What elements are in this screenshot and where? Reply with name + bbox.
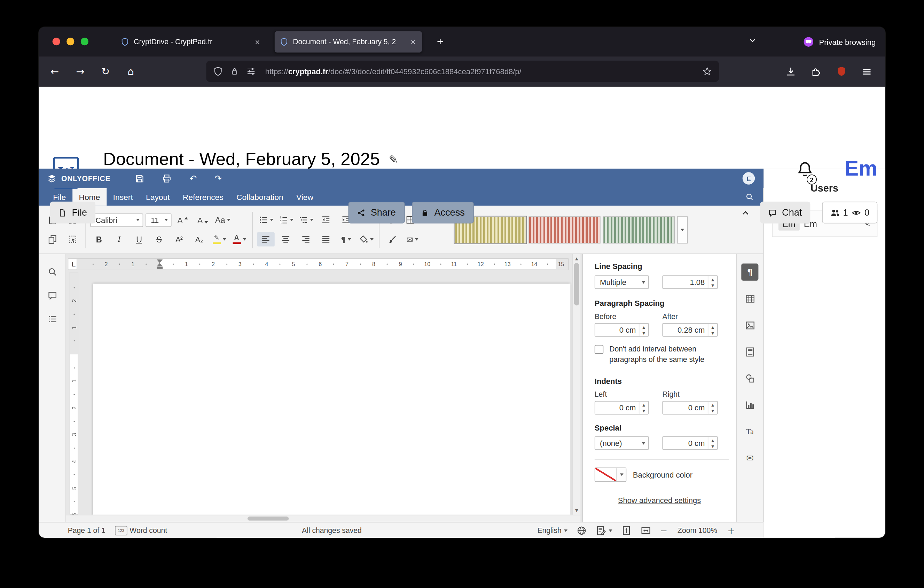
left-indent-marker[interactable]	[157, 267, 163, 269]
ublock-extension-icon[interactable]	[832, 61, 851, 81]
comments-button[interactable]	[47, 291, 57, 300]
style-thumbnail[interactable]	[528, 216, 600, 243]
strikethrough-button[interactable]: S	[150, 232, 168, 247]
line-spacing-select[interactable]: Multiple	[595, 275, 649, 289]
back-button[interactable]: ←	[45, 61, 65, 81]
fit-width-button[interactable]	[640, 525, 651, 535]
menu-tab-collaboration[interactable]: Collaboration	[230, 188, 290, 206]
hanging-indent-marker[interactable]	[157, 263, 163, 266]
paragraph-settings-tab[interactable]: ¶	[741, 264, 758, 281]
close-window-button[interactable]	[53, 38, 60, 45]
chart-settings-tab[interactable]	[741, 396, 758, 413]
table-settings-tab[interactable]	[741, 290, 758, 307]
zoom-in-button[interactable]: +	[727, 525, 734, 535]
chat-button[interactable]: Chat	[760, 202, 810, 224]
first-line-indent-marker[interactable]	[157, 259, 163, 263]
horizontal-scrollbar[interactable]	[66, 515, 581, 522]
edit-title-icon[interactable]: ✎	[389, 153, 398, 165]
print-button[interactable]	[162, 173, 172, 183]
share-button[interactable]: Share	[348, 202, 404, 224]
permissions-icon[interactable]	[246, 66, 256, 76]
tab-document-active[interactable]: Document - Wed, February 5, 2 ×	[275, 31, 422, 53]
decrease-indent-button[interactable]	[317, 213, 335, 227]
downloads-button[interactable]	[781, 61, 801, 81]
header-footer-settings-tab[interactable]	[741, 343, 758, 360]
spin-down-icon[interactable]	[708, 330, 717, 336]
fit-page-button[interactable]	[621, 525, 632, 535]
spin-up-icon[interactable]	[639, 401, 648, 408]
tab-close-icon[interactable]: ×	[254, 37, 261, 47]
bullets-button[interactable]	[257, 213, 275, 227]
spin-up-icon[interactable]	[708, 437, 717, 443]
scroll-up-button[interactable]	[573, 254, 580, 262]
background-color-dropdown[interactable]	[616, 468, 625, 481]
horizontal-scrollbar-thumb[interactable]	[248, 517, 289, 521]
italic-button[interactable]: I	[111, 232, 128, 247]
justify-button[interactable]	[317, 232, 335, 247]
shading-button[interactable]	[357, 232, 375, 247]
horizontal-ruler[interactable]: 21123456789101112131415	[77, 258, 569, 270]
navigation-headings-button[interactable]	[47, 314, 57, 324]
superscript-button[interactable]: A²	[170, 232, 188, 247]
tracking-protection-shield-icon[interactable]	[213, 66, 223, 76]
word-count-button[interactable]: 123 Word count	[115, 526, 167, 535]
no-interval-checkbox[interactable]: Don't add interval between paragraphs of…	[595, 344, 719, 365]
document-language-button[interactable]: English	[537, 526, 567, 535]
spellcheck-globe-button[interactable]	[576, 525, 587, 535]
user-count-indicator[interactable]: 1 0	[822, 202, 877, 224]
mail-merge-settings-tab[interactable]: ✉	[741, 449, 758, 466]
list-all-tabs-button[interactable]	[749, 36, 757, 45]
copy-button[interactable]	[43, 232, 61, 247]
background-color-picker[interactable]	[595, 467, 626, 482]
scroll-down-button[interactable]	[573, 507, 580, 514]
shape-settings-tab[interactable]	[741, 370, 758, 386]
file-menu-button[interactable]: File	[50, 202, 96, 224]
indent-left-spinner[interactable]: 0 cm	[595, 401, 649, 415]
change-case-button[interactable]: Aa	[214, 213, 231, 227]
nonprinting-characters-button[interactable]: ¶	[337, 232, 355, 247]
url-text[interactable]: https://cryptpad.fr/doc/#/3/doc/edit/ff0…	[265, 67, 695, 76]
bold-button[interactable]: B	[90, 232, 108, 247]
image-settings-tab[interactable]	[741, 317, 758, 334]
font-size-select[interactable]: 11	[145, 213, 171, 227]
vertical-scrollbar[interactable]	[573, 254, 581, 515]
menu-button[interactable]: ≡	[857, 61, 877, 81]
special-amount-spinner[interactable]: 0 cm	[662, 436, 718, 450]
editor-user-avatar[interactable]: E	[742, 172, 755, 185]
align-center-button[interactable]	[277, 232, 295, 247]
spin-down-icon[interactable]	[639, 408, 648, 414]
decrease-font-button[interactable]: A	[194, 213, 212, 227]
font-color-button[interactable]: A	[231, 232, 248, 247]
forward-button[interactable]: →	[70, 61, 90, 81]
mail-merge-button[interactable]: ✉	[404, 232, 421, 247]
minimize-window-button[interactable]	[66, 38, 74, 45]
spin-up-icon[interactable]	[639, 324, 648, 330]
copy-style-button[interactable]	[384, 232, 401, 247]
spin-down-icon[interactable]	[708, 282, 717, 288]
menu-tab-insert[interactable]: Insert	[107, 188, 139, 206]
editor-search-button[interactable]	[746, 188, 754, 206]
reload-button[interactable]: ↻	[96, 61, 116, 81]
spin-down-icon[interactable]	[708, 443, 717, 449]
vertical-ruler[interactable]: 21123456	[69, 272, 78, 514]
subscript-button[interactable]: A₂	[190, 232, 208, 247]
align-left-button[interactable]	[257, 232, 275, 247]
save-button[interactable]	[135, 173, 145, 183]
access-button[interactable]: Access	[412, 202, 474, 224]
track-changes-button[interactable]	[596, 525, 612, 535]
menu-tab-layout[interactable]: Layout	[139, 188, 176, 206]
tab-cryptdrive[interactable]: CryptDrive - CryptPad.fr ×	[116, 31, 266, 53]
redo-button[interactable]: ↷	[214, 173, 222, 183]
undo-button[interactable]: ↶	[190, 173, 197, 183]
menu-tab-references[interactable]: References	[176, 188, 230, 206]
spin-down-icon[interactable]	[639, 330, 648, 336]
zoom-window-button[interactable]	[81, 38, 88, 45]
text-art-settings-tab[interactable]: Ta	[741, 423, 758, 440]
numbering-button[interactable]	[277, 213, 295, 227]
highlight-color-button[interactable]: ✎	[210, 232, 228, 247]
font-name-select[interactable]: Calibri	[90, 213, 143, 227]
spin-up-icon[interactable]	[708, 401, 717, 408]
extensions-button[interactable]	[806, 61, 826, 81]
spin-down-icon[interactable]	[708, 408, 717, 414]
align-right-button[interactable]	[297, 232, 315, 247]
